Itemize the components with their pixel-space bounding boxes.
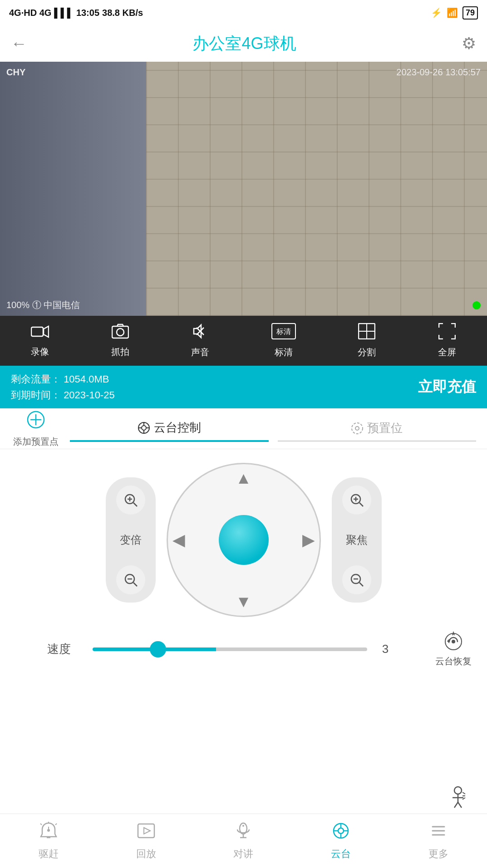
svg-text:标清: 标清 xyxy=(276,328,291,335)
battery-indicator: 79 xyxy=(462,6,478,20)
nav-ptz[interactable]: 云台 xyxy=(323,821,359,861)
content-area: 添加预置点 云台控制 预置位 xyxy=(0,408,487,667)
joystick-center xyxy=(219,515,269,565)
fullscreen-icon xyxy=(438,323,456,343)
svg-point-22 xyxy=(355,427,359,430)
camera-toolbar: 录像 抓拍 声音 标清 标清 xyxy=(0,316,487,366)
intercom-label: 对讲 xyxy=(233,847,253,861)
split-icon xyxy=(358,323,375,343)
joystick[interactable]: ▲ ▼ ◀ ▶ xyxy=(167,463,321,617)
intercom-icon xyxy=(234,821,253,844)
toolbar-record[interactable]: 录像 xyxy=(31,324,49,358)
settings-button[interactable]: ⚙ xyxy=(462,34,476,53)
speed-label: 速度 xyxy=(47,641,84,657)
camera-view[interactable]: CHY 2023-09-26 13:05:57 100% ① 中国电信 xyxy=(0,62,487,316)
zoom-label: 变倍 xyxy=(120,533,142,547)
info-bar: 剩余流量： 1054.0MB 到期时间： 2023-10-25 立即充值 xyxy=(0,366,487,408)
more-icon xyxy=(429,821,448,844)
flow-row: 剩余流量： 1054.0MB xyxy=(11,371,115,387)
svg-point-16 xyxy=(142,426,146,430)
ptz-icon xyxy=(331,821,350,844)
fullscreen-label: 全屏 xyxy=(438,346,456,358)
nav-more[interactable]: 更多 xyxy=(420,821,457,861)
human-tracking-icon xyxy=(446,785,470,813)
svg-line-50 xyxy=(40,824,42,825)
capture-label: 抓拍 xyxy=(111,346,129,358)
svg-marker-1 xyxy=(44,326,49,337)
more-label: 更多 xyxy=(428,847,448,861)
ptz-control-label: 云台控制 xyxy=(138,420,201,436)
nav-intercom[interactable]: 对讲 xyxy=(225,821,261,861)
add-preset-icon xyxy=(26,410,46,434)
camera-info: 100% ① 中国电信 xyxy=(6,299,80,311)
focus-in-button[interactable] xyxy=(342,485,371,515)
flow-info: 剩余流量： 1054.0MB 到期时间： 2023-10-25 xyxy=(11,371,115,403)
svg-point-59 xyxy=(242,825,244,827)
nav-alarm[interactable]: 驱赶 xyxy=(30,821,67,861)
quality-label: 标清 xyxy=(275,346,293,358)
back-button[interactable]: ← xyxy=(11,34,27,53)
playback-label: 回放 xyxy=(136,847,156,861)
toolbar-sound[interactable]: 声音 xyxy=(191,323,209,358)
network-speed: 38.8 KB/s xyxy=(102,8,143,18)
speed-slider[interactable] xyxy=(93,647,367,651)
quality-icon: 标清 xyxy=(271,323,296,343)
nav-playback[interactable]: 回放 xyxy=(128,821,164,861)
ptz-restore-icon xyxy=(443,631,464,652)
speed-row: 速度 3 xyxy=(11,631,431,667)
recharge-button[interactable]: 立即充值 xyxy=(418,377,476,397)
toolbar-quality[interactable]: 标清 标清 xyxy=(271,323,296,358)
svg-line-44 xyxy=(359,583,363,586)
signal-strength: ▌▌▌ xyxy=(54,8,74,18)
svg-line-34 xyxy=(133,503,137,506)
focus-label: 聚焦 xyxy=(346,533,368,547)
battery-level: 79 xyxy=(466,8,475,18)
focus-control: 聚焦 xyxy=(332,477,382,603)
svg-point-23 xyxy=(454,787,462,794)
speed-section: 速度 3 云台恢复 xyxy=(0,631,487,667)
zoom-in-button[interactable] xyxy=(116,485,145,515)
expiry-row: 到期时间： 2023-10-25 xyxy=(11,387,115,403)
sound-label: 声音 xyxy=(191,346,209,358)
bottom-nav: 驱赶 回放 对讲 xyxy=(0,814,487,868)
ptz-control-area: 变倍 ▲ ▼ ◀ ▶ xyxy=(0,449,487,631)
svg-line-28 xyxy=(462,792,465,794)
ptz-restore-label: 云台恢复 xyxy=(435,655,472,667)
zoom-control: 变倍 xyxy=(106,477,156,603)
bluetooth-icon: ⚡ xyxy=(431,7,442,18)
network-type: 4G·HD 4G xyxy=(9,8,51,18)
signal-dot xyxy=(472,301,481,309)
svg-point-47 xyxy=(452,640,455,643)
toolbar-fullscreen[interactable]: 全屏 xyxy=(438,323,456,358)
sound-icon xyxy=(192,323,208,343)
svg-point-21 xyxy=(352,423,363,434)
zoom-out-button[interactable] xyxy=(116,565,145,594)
svg-rect-0 xyxy=(31,327,43,336)
camera-watermark: CHY xyxy=(6,67,25,78)
tab-ptz-control[interactable]: 云台控制 xyxy=(70,415,269,442)
time: 13:05 xyxy=(76,8,99,18)
toolbar-capture[interactable]: 抓拍 xyxy=(111,324,129,358)
tabs-row: 添加预置点 云台控制 预置位 xyxy=(0,408,487,449)
tab-add-preset[interactable]: 添加预置点 xyxy=(11,410,61,448)
app-header: ← 办公室4G球机 ⚙ xyxy=(0,25,487,62)
svg-line-27 xyxy=(458,802,462,808)
ptz-nav-label: 云台 xyxy=(331,847,351,861)
ptz-restore-button[interactable]: 云台恢复 xyxy=(431,631,476,667)
svg-marker-46 xyxy=(447,639,449,643)
svg-point-52 xyxy=(47,829,50,832)
building-tiles xyxy=(146,62,487,316)
focus-out-button[interactable] xyxy=(342,565,371,594)
expiry-label: 到期时间： xyxy=(11,389,61,401)
tab-preset-pos[interactable]: 预置位 xyxy=(278,416,477,441)
alarm-icon xyxy=(39,821,58,844)
toolbar-split[interactable]: 分割 xyxy=(358,323,376,358)
ptz-up-button[interactable]: ▲ xyxy=(236,469,252,488)
ptz-left-button[interactable]: ◀ xyxy=(172,530,185,549)
ptz-right-button[interactable]: ▶ xyxy=(302,530,315,549)
record-label: 录像 xyxy=(31,346,49,358)
camera-timestamp: 2023-09-26 13:05:57 xyxy=(396,67,481,78)
capture-icon xyxy=(112,324,129,343)
alarm-label: 驱赶 xyxy=(39,847,59,861)
ptz-down-button[interactable]: ▼ xyxy=(236,592,252,611)
